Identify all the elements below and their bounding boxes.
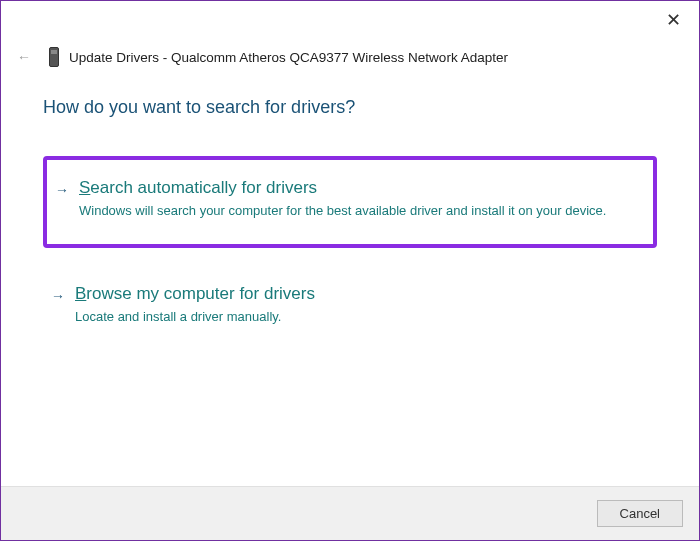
window-title: Update Drivers - Qualcomm Atheros QCA937… <box>69 50 508 65</box>
window-header: ← Update Drivers - Qualcomm Atheros QCA9… <box>1 1 699 77</box>
option-search-automatically[interactable]: → Search automatically for drivers Windo… <box>43 156 657 248</box>
cancel-button[interactable]: Cancel <box>597 500 683 527</box>
footer-bar: Cancel <box>1 486 699 540</box>
close-button[interactable]: ✕ <box>666 11 681 29</box>
option-description: Windows will search your computer for th… <box>79 202 637 220</box>
page-heading: How do you want to search for drivers? <box>43 97 657 118</box>
option-body: Search automatically for drivers Windows… <box>79 178 637 220</box>
arrow-right-icon: → <box>55 182 69 198</box>
device-icon <box>49 47 59 67</box>
option-title: Browse my computer for drivers <box>75 284 641 304</box>
content-area: How do you want to search for drivers? →… <box>1 77 699 362</box>
option-description: Locate and install a driver manually. <box>75 308 641 326</box>
option-browse-computer[interactable]: → Browse my computer for drivers Locate … <box>43 268 657 344</box>
option-title: Search automatically for drivers <box>79 178 637 198</box>
back-arrow-icon[interactable]: ← <box>17 49 31 65</box>
option-body: Browse my computer for drivers Locate an… <box>75 284 641 326</box>
arrow-right-icon: → <box>51 288 65 304</box>
